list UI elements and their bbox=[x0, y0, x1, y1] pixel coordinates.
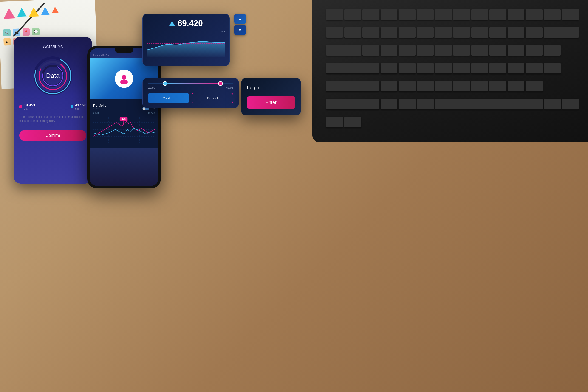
key-0 bbox=[508, 27, 524, 38]
key-f9 bbox=[489, 9, 506, 20]
key-f7 bbox=[453, 9, 470, 20]
key-a bbox=[381, 63, 397, 74]
phone-notch bbox=[115, 48, 133, 53]
key-arrow-right bbox=[344, 116, 361, 128]
key-j bbox=[489, 63, 506, 74]
key-f10 bbox=[508, 9, 524, 20]
chart-y-min: 6.942 bbox=[93, 112, 99, 115]
nav-arrows-group: ▲ ▼ bbox=[234, 14, 246, 35]
triangle-teal bbox=[17, 8, 27, 16]
portfolio-title-group: Portfolio week bbox=[93, 104, 107, 110]
paper-icon-row-1: 🔍 📷 📍 💬 bbox=[3, 26, 93, 36]
chart-range: 6.942 10.000 bbox=[93, 112, 155, 115]
price-header: 69.420 bbox=[147, 18, 225, 28]
key-o bbox=[508, 45, 524, 56]
key-f8 bbox=[471, 9, 488, 20]
key-f5 bbox=[417, 9, 434, 20]
slider-thumb-left[interactable] bbox=[163, 81, 167, 86]
stat-dot-buy bbox=[19, 105, 22, 108]
key-9 bbox=[489, 27, 506, 38]
chart-triangles bbox=[4, 6, 59, 18]
key-5 bbox=[417, 27, 434, 38]
key-c bbox=[417, 81, 434, 92]
key-4 bbox=[399, 27, 416, 38]
activities-title: Activities bbox=[19, 44, 86, 50]
slider-confirm-button[interactable]: Confirm bbox=[148, 93, 189, 103]
slider-thumb-right[interactable] bbox=[218, 81, 223, 86]
triangle-pink bbox=[4, 8, 16, 19]
stats-row: 14.453 Buy 41.520 Sell bbox=[19, 103, 86, 110]
slider-max-label: 41.52 bbox=[226, 86, 233, 89]
key-esc bbox=[326, 9, 343, 20]
key-g bbox=[453, 63, 470, 74]
portfolio-chart: 420 bbox=[93, 116, 155, 143]
slider-cancel-button[interactable]: Cancel bbox=[192, 93, 233, 103]
scene-container: 🔍 📷 📍 💬 ⚙ ❤ 📊 ✓ Activities bbox=[0, 0, 588, 392]
avatar-icon bbox=[118, 73, 130, 84]
key-tab bbox=[326, 45, 361, 56]
slider-fill bbox=[165, 83, 220, 84]
phone-device: Lorem > Profile Portfolio week bbox=[87, 46, 161, 188]
avg-label: AVG bbox=[147, 30, 225, 33]
phone-screen: Lorem > Profile Portfolio week bbox=[90, 48, 158, 186]
triangle-orange bbox=[52, 6, 59, 13]
key-r bbox=[417, 45, 434, 56]
key-p bbox=[526, 45, 542, 56]
key-3 bbox=[381, 27, 397, 38]
stat-sell-label: Sell bbox=[75, 108, 86, 110]
avatar-circle bbox=[115, 70, 133, 88]
key-period bbox=[526, 81, 542, 92]
key-del bbox=[562, 9, 579, 20]
slider-track[interactable] bbox=[148, 83, 233, 84]
key-f6 bbox=[435, 9, 452, 20]
key-bracket-open bbox=[544, 45, 561, 56]
key-t bbox=[435, 45, 452, 56]
data-circle-label: Data bbox=[46, 72, 60, 80]
key-f1 bbox=[344, 9, 361, 20]
stat-sell-info: 41.520 Sell bbox=[75, 103, 86, 110]
nav-up-button[interactable]: ▲ bbox=[234, 14, 246, 24]
keyboard-keys bbox=[326, 9, 579, 133]
key-shift-left bbox=[326, 81, 379, 92]
enter-button[interactable]: Enter bbox=[247, 96, 295, 109]
key-fn bbox=[417, 99, 434, 110]
key-q bbox=[363, 45, 379, 56]
key-u bbox=[471, 45, 488, 56]
stat-dot-sell bbox=[71, 105, 73, 108]
key-w bbox=[381, 45, 397, 56]
portfolio-subtitle: week bbox=[93, 108, 107, 110]
data-circle: Data bbox=[32, 55, 74, 96]
paper-icon-5: ⚙ bbox=[4, 38, 11, 46]
nav-down-button[interactable]: ▼ bbox=[234, 25, 246, 35]
paper-icon-3: 📍 bbox=[23, 28, 30, 36]
key-i bbox=[489, 45, 506, 56]
svg-point-17 bbox=[123, 122, 124, 124]
chart-y-max: 10.000 bbox=[148, 112, 155, 115]
key-semicolon bbox=[544, 63, 561, 74]
key-k bbox=[508, 63, 524, 74]
key-arrow-left bbox=[326, 116, 343, 128]
down-arrow-icon: ▼ bbox=[238, 27, 242, 32]
activities-confirm-button[interactable]: Confirm bbox=[19, 130, 86, 141]
key-b bbox=[453, 81, 470, 92]
key-alt-right bbox=[544, 99, 561, 110]
paper-icon-1: 🔍 bbox=[3, 29, 11, 36]
key-alt-gr bbox=[399, 99, 416, 110]
stat-buy-label: Buy bbox=[24, 108, 35, 110]
key-caps bbox=[326, 63, 379, 74]
key-f3 bbox=[381, 9, 397, 20]
key-v bbox=[435, 81, 452, 92]
stat-buy: 14.453 Buy bbox=[19, 103, 35, 110]
triangle-yellow bbox=[29, 7, 39, 17]
svg-point-7 bbox=[120, 80, 128, 84]
slider-labels: 26.90 41.52 bbox=[148, 86, 233, 89]
toggle-thumb-2 bbox=[143, 108, 145, 110]
activities-card: Activities Data 14.453 Buy bbox=[14, 37, 92, 184]
stat-sell: 41.520 Sell bbox=[71, 103, 86, 110]
price-area-chart bbox=[147, 34, 225, 57]
svg-point-6 bbox=[122, 75, 126, 80]
stat-buy-value: 14.453 bbox=[24, 103, 35, 108]
key-7 bbox=[453, 27, 470, 38]
key-n bbox=[471, 81, 488, 92]
stat-buy-info: 14.453 Buy bbox=[24, 103, 35, 110]
